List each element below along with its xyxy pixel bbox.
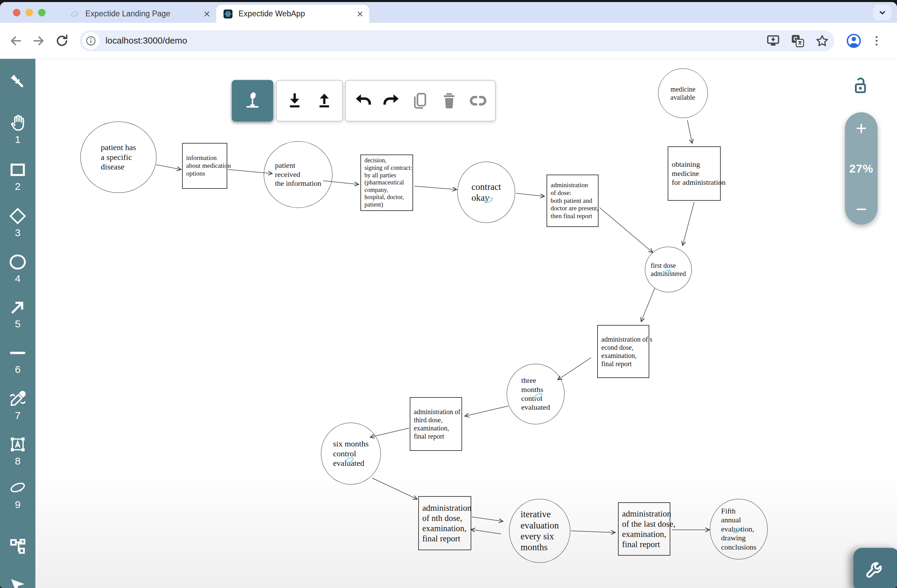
sidebar-tool-diamond[interactable] — [0, 207, 35, 225]
zoom-level: 27% — [849, 144, 873, 193]
install-icon[interactable] — [765, 33, 781, 48]
zoom-in-button[interactable]: + — [845, 112, 878, 144]
site-info-button[interactable] — [82, 32, 99, 49]
window-frame: Expectide Landing Page Expectide WebApp — [0, 0, 897, 588]
tab-title: Expectide WebApp — [239, 9, 356, 18]
cursor-arrow-icon — [9, 576, 27, 588]
zoom-out-button[interactable]: − — [845, 193, 878, 225]
back-icon[interactable] — [8, 33, 23, 48]
sidebar-tool-lasso[interactable] — [0, 479, 35, 497]
zoom-window-button[interactable] — [38, 9, 46, 16]
copy-button[interactable] — [408, 81, 432, 121]
traffic-lights — [13, 9, 51, 16]
sidebar-tool-square[interactable] — [0, 161, 35, 179]
diagram-node-ellipse[interactable]: Fifthannualevaluation,drawingconclusions — [710, 499, 768, 559]
close-icon[interactable] — [356, 9, 364, 18]
forward-icon[interactable] — [31, 33, 46, 48]
flow-nodes-icon — [9, 537, 27, 555]
circle-icon — [9, 253, 27, 271]
tab-webapp[interactable]: Expectide WebApp — [216, 5, 369, 23]
sidebar-tool-line[interactable] — [0, 344, 35, 362]
diamond-icon — [9, 207, 27, 225]
app-content: 123456789 + 27% − patient hasa specificd… — [0, 59, 897, 588]
sidebar-tool-cursor-arrow[interactable] — [0, 576, 35, 588]
unlock-icon[interactable] — [850, 75, 871, 96]
settings-button[interactable] — [853, 548, 897, 588]
reload-icon[interactable] — [54, 33, 69, 48]
browser-window: Expectide Landing Page Expectide WebApp — [0, 2, 897, 588]
upload-button[interactable] — [312, 81, 336, 121]
node-label: administration ofthird dose,examination,… — [414, 408, 461, 440]
tool-shortcut-number: 2 — [0, 181, 35, 192]
tool-shortcut-number: 5 — [0, 318, 35, 330]
avatar-icon[interactable] — [845, 32, 862, 49]
url-text[interactable]: localhost:3000/demo — [106, 35, 187, 46]
diagram-node-rect[interactable]: administrationof nth dose,examination,fi… — [418, 496, 471, 550]
diagram-node-ellipse[interactable]: medicineavailable — [658, 68, 708, 118]
close-window-button[interactable] — [13, 9, 20, 16]
tab-search-button[interactable] — [873, 5, 892, 20]
download-icon — [285, 91, 305, 110]
diagram-node-rect[interactable]: administrationof dose:both patient anddo… — [546, 175, 599, 227]
minimize-window-button[interactable] — [26, 9, 33, 16]
diagram-node-ellipse[interactable]: six monthscontrolevaluated — [321, 423, 381, 485]
diagram-node-rect[interactable]: obtainingmedicinefor administration — [667, 146, 721, 201]
diagram-node-ellipse[interactable]: first doseadministered — [645, 247, 692, 292]
react-logo-icon — [223, 9, 233, 19]
translate-icon[interactable]: G — [790, 33, 805, 48]
line-icon — [9, 344, 27, 362]
node-label: iterativeevaluationevery sixmonths — [520, 509, 559, 553]
lasso-icon — [9, 479, 27, 497]
link-icon — [468, 91, 488, 110]
diagram-node-rect[interactable]: administration of second dose,examinatio… — [597, 325, 649, 378]
sidebar-tool-flow-nodes[interactable] — [0, 537, 35, 555]
node-label: informationabout medicationoptions — [186, 154, 231, 177]
wrench-icon — [864, 557, 886, 580]
node-label: first doseadministered — [651, 261, 686, 278]
info-icon — [85, 35, 96, 47]
tool-shortcut-number: 9 — [0, 499, 35, 510]
diagram-node-rect[interactable]: administration ofthird dose,examination,… — [410, 397, 462, 451]
trash-button[interactable] — [437, 81, 461, 121]
diagram-node-rect[interactable]: decision,signing of contract:by all part… — [360, 155, 413, 211]
sidebar-tool-text-select[interactable] — [0, 435, 35, 453]
diagram-node-rect[interactable]: informationabout medicationoptions — [182, 143, 227, 189]
diagram-node-ellipse[interactable]: patientreceivedthe information — [264, 141, 332, 208]
sidebar-tool-hand[interactable] — [0, 114, 35, 132]
node-label: obtainingmedicinefor administration — [672, 160, 726, 187]
star-icon[interactable] — [815, 33, 830, 48]
diagram-node-ellipse[interactable]: iterativeevaluationevery sixmonths — [509, 499, 570, 563]
sidebar-tool-circle[interactable] — [0, 253, 35, 271]
joystick-tool-button[interactable] — [240, 80, 265, 121]
link-button[interactable] — [466, 81, 490, 121]
tab-title: Expectide Landing Page — [86, 9, 202, 18]
redo-button[interactable] — [380, 81, 404, 121]
address-bar[interactable]: localhost:3000/demo G — [80, 30, 834, 51]
arrow-ne-icon — [9, 298, 27, 317]
pencil-doodle-icon — [70, 9, 80, 19]
node-label: administration of second dose,examinatio… — [601, 335, 652, 368]
download-button[interactable] — [283, 81, 306, 121]
chevron-down-icon — [877, 8, 888, 18]
new-tab-button[interactable] — [376, 8, 387, 19]
kebab-menu-icon[interactable] — [870, 34, 883, 47]
trash-icon — [439, 91, 459, 110]
diagram-node-ellipse[interactable]: contractokay — [457, 162, 515, 223]
diagram-node-rect[interactable]: administrationof the last dose,examinati… — [618, 502, 670, 556]
tool-shortcut-number: 7 — [0, 410, 35, 421]
diagram-canvas[interactable]: + 27% − patient hasa specificdiseaseinfo… — [35, 59, 897, 588]
node-label: six monthscontrolevaluated — [333, 439, 369, 468]
sidebar-tool-arrow-ne[interactable] — [0, 298, 35, 317]
browser-tab-bar: Expectide Landing Page Expectide WebApp — [0, 2, 897, 23]
node-label: contractokay — [471, 181, 501, 204]
close-icon[interactable] — [202, 9, 211, 18]
sidebar-tool-pipe-wrench[interactable] — [0, 72, 35, 91]
diagram-node-ellipse[interactable]: threemonthscontrolevaluated — [507, 364, 565, 424]
toolbar-selected-tool[interactable] — [232, 80, 273, 121]
sidebar-tool-pencil[interactable] — [0, 390, 35, 408]
tab-landing-page[interactable]: Expectide Landing Page — [63, 5, 216, 23]
diagram-node-ellipse[interactable]: patient hasa specificdisease — [80, 121, 156, 193]
undo-button[interactable] — [351, 81, 375, 121]
copy-icon — [410, 91, 430, 110]
browser-toolbar: localhost:3000/demo G — [0, 23, 897, 59]
